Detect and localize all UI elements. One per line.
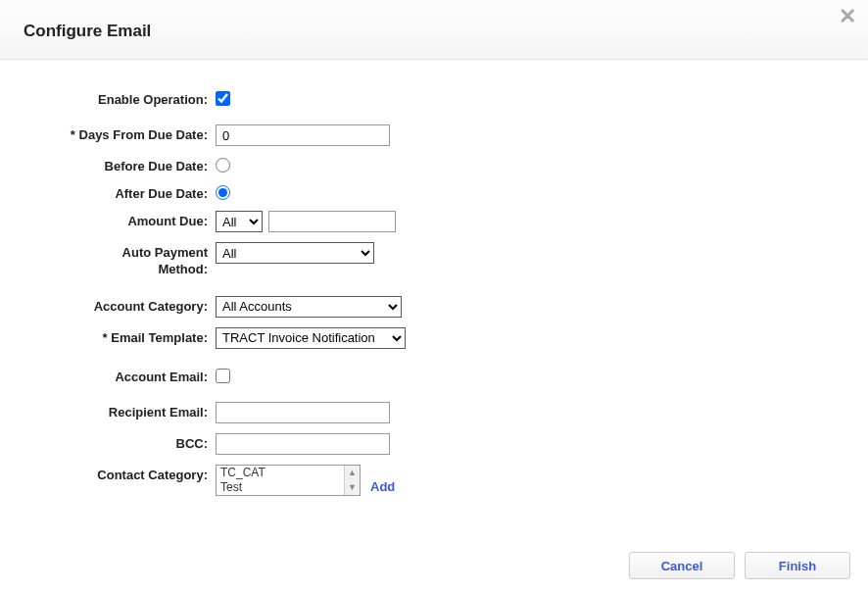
row-recipient-email: Recipient Email: [39, 402, 829, 423]
label-email-template: * Email Template: [39, 327, 216, 345]
dialog-title: Configure Email [24, 22, 844, 41]
listbox-contact-category[interactable]: TC_CAT Test ▲ ▼ [216, 465, 361, 496]
label-amount-due: Amount Due: [39, 211, 216, 228]
label-enable-operation: Enable Operation: [39, 89, 216, 107]
row-email-template: * Email Template: TRACT Invoice Notifica… [39, 327, 829, 349]
input-amount-due[interactable] [268, 211, 396, 232]
checkbox-account-email[interactable] [216, 369, 230, 383]
select-email-template[interactable]: TRACT Invoice Notification [216, 327, 406, 349]
dialog-footer: Cancel Finish [629, 552, 850, 579]
label-before-due-date: Before Due Date: [39, 156, 216, 173]
listbox-scrollbar[interactable]: ▲ ▼ [344, 466, 360, 495]
label-account-email: Account Email: [39, 367, 216, 384]
select-account-category[interactable]: All Accounts [216, 296, 402, 318]
cancel-button[interactable]: Cancel [629, 552, 735, 579]
select-auto-payment-method[interactable]: All [216, 242, 374, 264]
row-account-email: Account Email: [39, 367, 829, 384]
row-after-due-date: After Due Date: [39, 183, 829, 201]
row-bcc: BCC: [39, 433, 829, 455]
dialog-header: Configure Email ✕ [0, 0, 868, 60]
checkbox-enable-operation[interactable] [216, 91, 230, 106]
radio-before-due-date[interactable] [216, 158, 230, 173]
input-recipient-email[interactable] [216, 402, 390, 423]
row-before-due-date: Before Due Date: [39, 156, 829, 173]
form-area: Enable Operation: * Days From Due Date: … [0, 60, 868, 525]
row-account-category: Account Category: All Accounts [39, 296, 829, 318]
label-auto-payment-method: Auto PaymentMethod: [39, 242, 216, 278]
row-contact-category: Contact Category: TC_CAT Test ▲ ▼ Add [39, 465, 829, 496]
finish-button[interactable]: Finish [745, 552, 850, 579]
add-link[interactable]: Add [370, 479, 395, 496]
scroll-up-icon[interactable]: ▲ [345, 466, 360, 480]
list-item[interactable]: TC_CAT [217, 466, 360, 480]
row-enable-operation: Enable Operation: [39, 89, 829, 107]
label-contact-category: Contact Category: [39, 465, 216, 482]
row-auto-payment-method: Auto PaymentMethod: All [39, 242, 829, 278]
label-recipient-email: Recipient Email: [39, 402, 216, 420]
input-bcc[interactable] [216, 433, 390, 455]
label-after-due-date: After Due Date: [39, 183, 216, 201]
label-days-from-due-date: * Days From Due Date: [39, 124, 216, 142]
row-days-from-due-date: * Days From Due Date: [39, 124, 829, 146]
row-amount-due: Amount Due: All [39, 211, 829, 232]
label-bcc: BCC: [39, 433, 216, 451]
scroll-down-icon[interactable]: ▼ [345, 480, 360, 495]
input-days-from-due-date[interactable] [216, 124, 390, 146]
list-item[interactable]: Test [217, 480, 360, 495]
select-amount-due[interactable]: All [216, 211, 263, 232]
label-account-category: Account Category: [39, 296, 216, 314]
close-icon[interactable]: ✕ [839, 6, 856, 27]
radio-after-due-date[interactable] [216, 185, 230, 200]
